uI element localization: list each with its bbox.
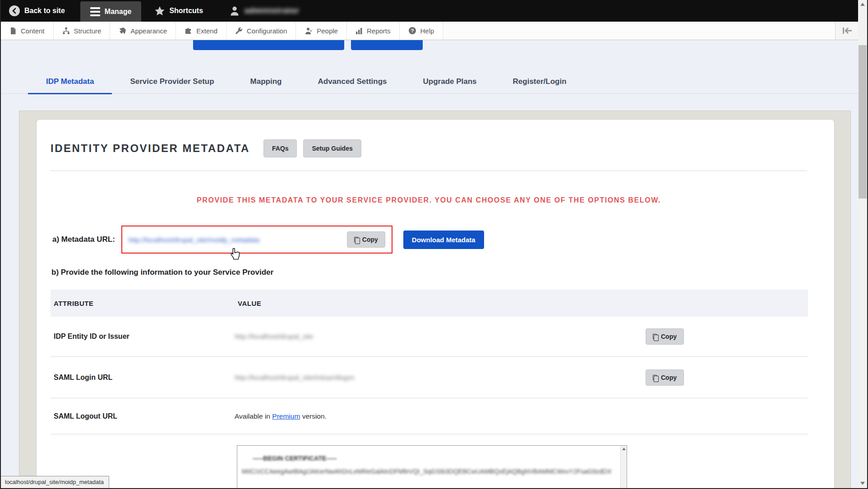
collapse-toolbar-button[interactable] [835,22,859,40]
toolbar-item-configuration[interactable]: Configuration [226,22,296,40]
table-header-row: ATTRIBUTE VALUE [51,290,808,317]
user-icon [229,5,240,16]
tab-advanced-settings[interactable]: Advanced Settings [300,72,405,94]
toolbar-item-reports[interactable]: Reports [347,22,400,40]
document-icon [9,27,17,35]
copy-entity-id-button[interactable]: Copy [646,328,684,345]
toolbar-item-content[interactable]: Content [1,22,54,40]
bar-chart-icon [356,27,363,35]
value-redacted: http://localhost/drupal_site/initsamllog… [235,374,355,381]
scrollbar-thumb[interactable] [859,45,867,198]
premium-link[interactable]: Premium [272,412,300,420]
tab-register-login[interactable]: Register/Login [495,72,585,94]
scroll-down-icon [860,482,865,485]
attribute-column-header: ATTRIBUTE [51,300,235,307]
collapse-left-icon [842,27,852,34]
scroll-up-icon [860,3,865,6]
puzzle-icon [185,27,192,35]
hamburger-icon [90,7,100,16]
copy-icon [354,237,358,242]
user-account-button[interactable]: administrator [222,0,307,22]
page-title: IDENTITY PROVIDER METADATA [51,142,250,155]
table-row-saml-login-url: SAML Login URL http://localhost/drupal_s… [51,357,808,398]
copy-metadata-url-button[interactable]: Copy [347,231,385,248]
copy-login-url-button[interactable]: Copy [646,369,684,386]
warning-text: PROVIDE THIS METADATA TO YOUR SERVICE PR… [51,196,807,204]
metadata-url-redacted[interactable]: http://localhost/drupal_site/moidp_metad… [129,236,341,244]
module-tab-bar: IDP Metadata Service Provider Setup Mapp… [1,40,860,94]
attribute-label: SAML Logout URL [51,412,235,420]
metadata-url-row: a) Metadata URL: http://localhost/drupal… [51,226,807,254]
tab-mapping[interactable]: Mapping [232,72,300,94]
copy-icon [653,334,657,339]
attribute-label: IDP Entity ID or Issuer [51,332,235,341]
wrench-icon [235,27,243,35]
drupal-admin-bar: Back to site Manage Shortcuts administra… [1,0,859,22]
metadata-url-label: a) Metadata URL: [51,235,115,244]
table-row-certificate: -----BEGIN CERTIFICATE----- MIIC/zCCAeeg… [51,434,808,489]
toolbar-item-appearance[interactable]: Appearance [110,22,176,40]
admin-toolbar: Content Structure Appearance Extend Conf… [1,22,859,40]
manage-label: Manage [105,8,132,16]
idp-metadata-card: IDENTITY PROVIDER METADATA FAQs Setup Gu… [36,119,835,489]
certificate-textarea[interactable]: -----BEGIN CERTIFICATE----- MIIC/zCCAeeg… [237,445,627,489]
scroll-up-icon [622,447,626,450]
back-arrow-icon [9,5,20,16]
card-header: IDENTITY PROVIDER METADATA FAQs Setup Gu… [51,120,807,157]
faqs-button[interactable]: FAQs [263,139,297,157]
shortcuts-button[interactable]: Shortcuts [148,0,210,22]
star-icon [155,6,165,16]
value-column-header: VALUE [235,300,646,307]
browser-viewport: Back to site Manage Shortcuts administra… [0,0,868,489]
module-container: IDENTITY PROVIDER METADATA FAQs Setup Gu… [19,111,851,489]
metadata-table: ATTRIBUTE VALUE IDP Entity ID or Issuer … [51,290,808,489]
certificate-body-redacted: MIIC/zCCAeegAwIBAgIJAKerNwAhDnLeMReGalAt… [242,468,612,475]
help-circle-icon: ? [408,27,416,35]
sitemap-icon [62,27,70,35]
certificate-header-redacted: -----BEGIN CERTIFICATE----- [253,455,615,462]
tab-upgrade-plans[interactable]: Upgrade Plans [405,72,495,94]
table-row-idp-entity-id: IDP Entity ID or Issuer http://localhost… [51,317,808,357]
premium-availability-text: Available in Premium version. [235,412,646,420]
scroll-up-button[interactable] [858,0,867,8]
back-to-site-button[interactable]: Back to site [2,0,72,22]
svg-text:?: ? [411,28,414,33]
status-url-tooltip: localhost/drupal_site/moidp_metadata [1,476,109,488]
person-icon [305,27,313,35]
shortcuts-label: Shortcuts [169,7,203,15]
metadata-url-highlight-box: http://localhost/drupal_site/moidp_metad… [121,226,392,254]
scroll-down-button[interactable] [858,479,867,487]
attribute-label: SAML Login URL [51,374,235,382]
manage-menu-button[interactable]: Manage [80,1,142,22]
page-content-area: IDP Metadata Service Provider Setup Mapp… [1,40,860,489]
download-metadata-button[interactable]: Download Metadata [403,231,484,249]
toolbar-item-help[interactable]: ? Help [400,22,443,40]
toolbar-item-structure[interactable]: Structure [54,22,111,40]
textarea-scrollbar[interactable] [620,446,627,489]
section-b-heading: b) Provide the following information to … [51,268,807,277]
vertical-scrollbar[interactable] [858,0,867,487]
back-to-site-label: Back to site [24,7,65,15]
username-redacted: administrator [245,6,300,15]
table-row-saml-logout-url: SAML Logout URL Available in Premium ver… [51,398,808,434]
toolbar-item-extend[interactable]: Extend [176,22,226,40]
divider [51,171,807,171]
setup-guides-button[interactable]: Setup Guides [303,139,361,157]
tab-service-provider-setup[interactable]: Service Provider Setup [112,72,232,94]
tab-idp-metadata[interactable]: IDP Metadata [28,72,112,94]
value-redacted: http://localhost/drupal_site [235,332,313,340]
paintbrush-icon [119,27,126,35]
toolbar-item-people[interactable]: People [296,22,347,40]
copy-icon [653,375,657,380]
